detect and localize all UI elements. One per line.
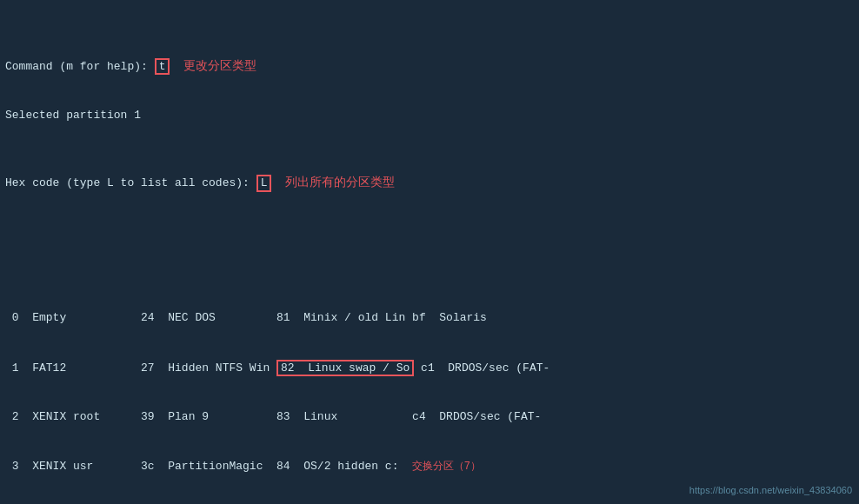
pt-row-1: 1 FAT12 27 Hidden NTFS Win 82 Linux swap… <box>5 360 854 377</box>
pt-row-3: 3 XENIX usr 3c PartitionMagic 84 OS/2 hi… <box>5 459 854 475</box>
cmd-line: Command (m for help): t 更改分区类型 <box>5 56 854 76</box>
cmd-input: t <box>155 58 170 76</box>
watermark: https://blog.csdn.net/weixin_43834060 <box>689 485 852 495</box>
terminal-window: Command (m for help): t 更改分区类型 Selected … <box>0 0 859 504</box>
annotation-change: 更改分区类型 <box>183 58 256 72</box>
pt-82-highlight: 82 Linux swap / So <box>276 360 414 377</box>
pt-row-0: 0 Empty 24 NEC DOS 81 Minix / old Lin bf… <box>5 310 854 327</box>
hex-prompt-line: Hex code (type L to list all codes): L 列… <box>5 173 854 192</box>
annotation-list: 列出所有的分区类型 <box>285 175 395 189</box>
cmd-prompt: Command (m for help): <box>5 60 155 73</box>
selected-partition-line: Selected partition 1 <box>5 108 854 124</box>
pt-row-2: 2 XENIX root 39 Plan 9 83 Linux c4 DRDOS… <box>5 409 854 426</box>
partition-type-table: 0 Empty 24 NEC DOS 81 Minix / old Lin bf… <box>5 262 854 504</box>
hex-prompt: Hex code (type L to list all codes): <box>5 176 256 189</box>
hex-input-l: L <box>256 175 272 192</box>
